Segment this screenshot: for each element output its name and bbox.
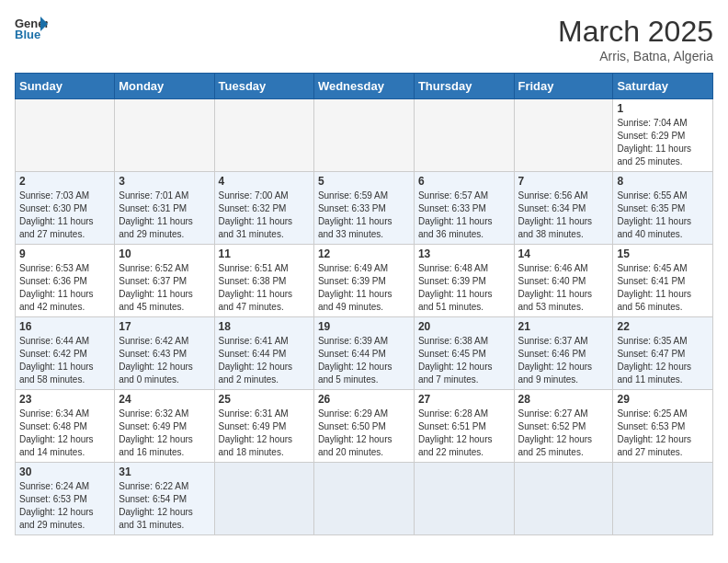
day-number: 9 [19,247,110,260]
day-number: 5 [318,175,410,188]
day-number: 11 [219,247,310,260]
calendar-cell [414,463,514,535]
day-info: Sunrise: 6:37 AM Sunset: 6:46 PM Dayligh… [518,335,609,386]
calendar-cell: 17Sunrise: 6:42 AM Sunset: 6:43 PM Dayli… [115,317,214,390]
calendar-cell: 2Sunrise: 7:03 AM Sunset: 6:30 PM Daylig… [16,172,115,245]
weekday-header-monday: Monday [115,74,214,99]
day-info: Sunrise: 6:35 AM Sunset: 6:47 PM Dayligh… [617,335,709,386]
location-subtitle: Arris, Batna, Algeria [558,49,713,63]
day-info: Sunrise: 6:49 AM Sunset: 6:39 PM Dayligh… [318,262,410,314]
day-number: 4 [219,175,310,188]
week-row-6: 30Sunrise: 6:24 AM Sunset: 6:53 PM Dayli… [16,463,713,535]
day-info: Sunrise: 6:57 AM Sunset: 6:33 PM Dayligh… [418,190,510,241]
day-info: Sunrise: 6:42 AM Sunset: 6:43 PM Dayligh… [119,335,210,386]
calendar-cell [514,463,613,535]
day-number: 22 [617,320,709,333]
day-number: 6 [418,175,510,188]
calendar-cell: 13Sunrise: 6:48 AM Sunset: 6:39 PM Dayli… [414,245,514,317]
calendar-cell: 24Sunrise: 6:32 AM Sunset: 6:49 PM Dayli… [115,390,214,463]
day-number: 15 [617,247,709,260]
day-number: 2 [19,175,110,188]
calendar-cell: 31Sunrise: 6:22 AM Sunset: 6:54 PM Dayli… [115,463,214,535]
day-number: 26 [318,393,410,406]
calendar-cell: 22Sunrise: 6:35 AM Sunset: 6:47 PM Dayli… [613,317,713,390]
day-number: 30 [19,465,110,478]
day-number: 16 [19,320,110,333]
week-row-1: 1Sunrise: 7:04 AM Sunset: 6:29 PM Daylig… [16,99,713,172]
day-info: Sunrise: 7:04 AM Sunset: 6:29 PM Dayligh… [617,117,709,168]
week-row-4: 16Sunrise: 6:44 AM Sunset: 6:42 PM Dayli… [16,317,713,390]
weekday-header-row: SundayMondayTuesdayWednesdayThursdayFrid… [16,74,713,99]
day-info: Sunrise: 6:56 AM Sunset: 6:34 PM Dayligh… [518,190,609,241]
day-info: Sunrise: 6:25 AM Sunset: 6:53 PM Dayligh… [617,408,709,459]
day-info: Sunrise: 6:29 AM Sunset: 6:50 PM Dayligh… [318,408,410,459]
day-number: 29 [617,393,709,406]
weekday-header-tuesday: Tuesday [214,74,313,99]
calendar-cell: 28Sunrise: 6:27 AM Sunset: 6:52 PM Dayli… [514,390,613,463]
logo-icon: General Blue [15,15,48,40]
day-info: Sunrise: 6:34 AM Sunset: 6:48 PM Dayligh… [19,408,110,459]
calendar-cell: 9Sunrise: 6:53 AM Sunset: 6:36 PM Daylig… [16,245,115,317]
day-number: 27 [418,393,510,406]
day-info: Sunrise: 6:38 AM Sunset: 6:45 PM Dayligh… [418,335,510,386]
day-number: 19 [318,320,410,333]
calendar-cell [613,463,713,535]
day-info: Sunrise: 6:28 AM Sunset: 6:51 PM Dayligh… [418,408,510,459]
month-year-title: March 2025 [558,15,713,49]
day-number: 17 [119,320,210,333]
calendar-cell: 1Sunrise: 7:04 AM Sunset: 6:29 PM Daylig… [613,99,713,172]
calendar-cell [214,99,313,172]
calendar-table: SundayMondayTuesdayWednesdayThursdayFrid… [15,73,713,535]
calendar-cell [414,99,514,172]
day-info: Sunrise: 6:52 AM Sunset: 6:37 PM Dayligh… [119,262,210,314]
day-info: Sunrise: 6:44 AM Sunset: 6:42 PM Dayligh… [19,335,110,386]
day-info: Sunrise: 7:01 AM Sunset: 6:31 PM Dayligh… [119,190,210,241]
day-number: 7 [518,175,609,188]
calendar-cell [313,463,414,535]
day-number: 10 [119,247,210,260]
calendar-cell: 14Sunrise: 6:46 AM Sunset: 6:40 PM Dayli… [514,245,613,317]
day-number: 24 [119,393,210,406]
calendar-cell: 12Sunrise: 6:49 AM Sunset: 6:39 PM Dayli… [313,245,414,317]
day-number: 18 [219,320,310,333]
day-info: Sunrise: 6:53 AM Sunset: 6:36 PM Dayligh… [19,262,110,314]
calendar-cell: 15Sunrise: 6:45 AM Sunset: 6:41 PM Dayli… [613,245,713,317]
day-info: Sunrise: 6:45 AM Sunset: 6:41 PM Dayligh… [617,262,709,314]
calendar-cell: 11Sunrise: 6:51 AM Sunset: 6:38 PM Dayli… [214,245,313,317]
day-number: 20 [418,320,510,333]
calendar-cell [214,463,313,535]
weekday-header-thursday: Thursday [414,74,514,99]
title-section: March 2025 Arris, Batna, Algeria [558,15,713,63]
day-info: Sunrise: 6:55 AM Sunset: 6:35 PM Dayligh… [617,190,709,241]
calendar-cell: 26Sunrise: 6:29 AM Sunset: 6:50 PM Dayli… [313,390,414,463]
day-info: Sunrise: 6:41 AM Sunset: 6:44 PM Dayligh… [219,335,310,386]
day-number: 1 [617,102,709,115]
day-number: 14 [518,247,609,260]
calendar-cell: 8Sunrise: 6:55 AM Sunset: 6:35 PM Daylig… [613,172,713,245]
day-number: 28 [518,393,609,406]
day-info: Sunrise: 6:22 AM Sunset: 6:54 PM Dayligh… [119,480,210,532]
day-number: 13 [418,247,510,260]
header: General Blue March 2025 Arris, Batna, Al… [15,15,713,63]
day-number: 21 [518,320,609,333]
weekday-header-wednesday: Wednesday [313,74,414,99]
calendar-cell: 4Sunrise: 7:00 AM Sunset: 6:32 PM Daylig… [214,172,313,245]
day-info: Sunrise: 6:31 AM Sunset: 6:49 PM Dayligh… [219,408,310,459]
day-info: Sunrise: 6:27 AM Sunset: 6:52 PM Dayligh… [518,408,609,459]
day-number: 31 [119,465,210,478]
weekday-header-sunday: Sunday [16,74,115,99]
day-number: 25 [219,393,310,406]
logo: General Blue [15,15,48,40]
week-row-3: 9Sunrise: 6:53 AM Sunset: 6:36 PM Daylig… [16,245,713,317]
day-number: 8 [617,175,709,188]
calendar-cell: 5Sunrise: 6:59 AM Sunset: 6:33 PM Daylig… [313,172,414,245]
calendar-cell [313,99,414,172]
day-info: Sunrise: 6:46 AM Sunset: 6:40 PM Dayligh… [518,262,609,314]
calendar-cell: 3Sunrise: 7:01 AM Sunset: 6:31 PM Daylig… [115,172,214,245]
calendar-cell: 16Sunrise: 6:44 AM Sunset: 6:42 PM Dayli… [16,317,115,390]
day-info: Sunrise: 6:59 AM Sunset: 6:33 PM Dayligh… [318,190,410,241]
calendar-cell: 10Sunrise: 6:52 AM Sunset: 6:37 PM Dayli… [115,245,214,317]
day-number: 3 [119,175,210,188]
day-number: 12 [318,247,410,260]
day-info: Sunrise: 6:48 AM Sunset: 6:39 PM Dayligh… [418,262,510,314]
